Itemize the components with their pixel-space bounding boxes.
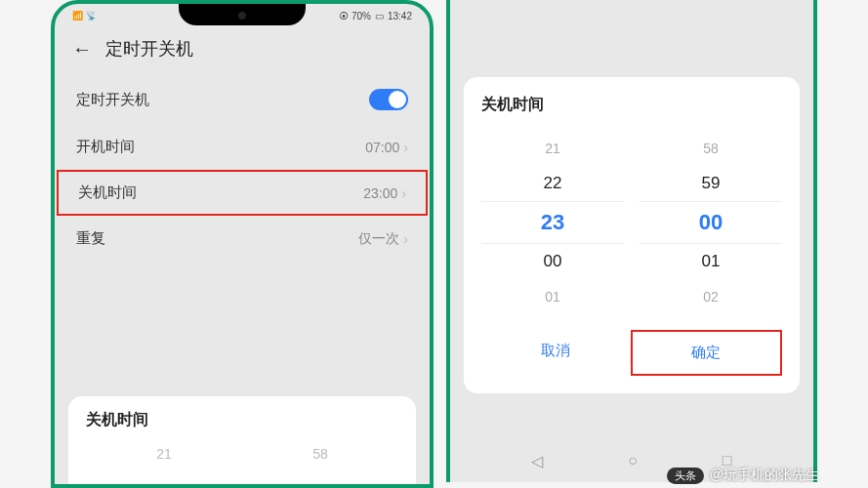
watermark: 头条 @玩手机的张先生 [667,467,819,484]
minute-option-selected[interactable]: 00 [640,201,782,244]
time-picker-card: 关机时间 21 22 23 00 01 58 59 00 01 02 取消 确定 [464,77,800,393]
watermark-text: @玩手机的张先生 [710,467,819,484]
minute-option[interactable]: 02 [640,279,782,314]
row-toggle[interactable]: 定时开关机 [55,75,430,124]
nav-back-icon[interactable]: ◁ [531,452,543,470]
picker-title: 关机时间 [86,410,398,430]
clock-text: 13:42 [388,11,412,21]
picker-hour-peek: 21 [156,446,172,462]
phone-mockup-right: 关机时间 21 22 23 00 01 58 59 00 01 02 取消 确定… [446,0,817,482]
hour-option-selected[interactable]: 23 [481,201,624,244]
minute-option[interactable]: 01 [640,244,782,279]
minute-option[interactable]: 59 [640,166,782,201]
page-title: 定时开关机 [105,37,193,61]
wifi-icon: 📡 [86,11,97,20]
page-header: ← 定时开关机 [55,25,430,75]
minute-picker-column[interactable]: 58 59 00 01 02 [640,131,782,314]
nav-home-icon[interactable]: ○ [628,452,638,470]
row-off-time[interactable]: 关机时间 23:00 › [57,170,428,216]
confirm-button[interactable]: 确定 [631,330,783,376]
picker-peek-row: 21 58 [86,446,398,462]
phone-mockup-left: 📶 📡 ⦿ 70% ▭ 13:42 ← 定时开关机 定时开关机 开机时间 07:… [51,0,434,488]
status-right: ⦿ 70% ▭ 13:42 [339,11,412,21]
back-arrow-icon[interactable]: ← [72,38,92,61]
time-picker-card-peek: 关机时间 21 58 [68,396,416,484]
on-time-label: 开机时间 [76,138,135,156]
on-time-value: 07:00 [365,140,399,155]
toggle-switch[interactable] [369,89,408,110]
picker-minute-peek: 58 [312,446,328,462]
phone-notch [179,4,306,25]
picker-title: 关机时间 [481,95,782,115]
off-time-label: 关机时间 [78,183,137,202]
battery-text: ⦿ 70% [339,11,371,21]
hour-option[interactable]: 00 [481,244,624,279]
chevron-right-icon: › [403,140,408,155]
off-time-value: 23:00 [363,185,397,201]
hour-option[interactable]: 01 [481,279,624,314]
row-on-time[interactable]: 开机时间 07:00 › [55,124,430,170]
status-left: 📶 📡 [72,11,97,20]
battery-icon: ▭ [375,11,384,21]
cancel-button[interactable]: 取消 [481,330,630,376]
repeat-label: 重复 [76,229,105,248]
picker-actions: 取消 确定 [481,330,782,376]
minute-option[interactable]: 58 [640,131,782,166]
watermark-badge: 头条 [667,468,704,484]
chevron-right-icon: › [401,185,406,201]
toggle-label: 定时开关机 [76,91,149,109]
repeat-value: 仅一次 [358,230,399,248]
row-repeat[interactable]: 重复 仅一次 › [55,216,430,262]
time-picker[interactable]: 21 22 23 00 01 58 59 00 01 02 [481,131,782,314]
hour-option[interactable]: 21 [481,131,624,166]
hour-option[interactable]: 22 [481,166,624,201]
hour-picker-column[interactable]: 21 22 23 00 01 [481,131,624,314]
chevron-right-icon: › [403,231,408,247]
signal-icon: 📶 [72,11,83,20]
